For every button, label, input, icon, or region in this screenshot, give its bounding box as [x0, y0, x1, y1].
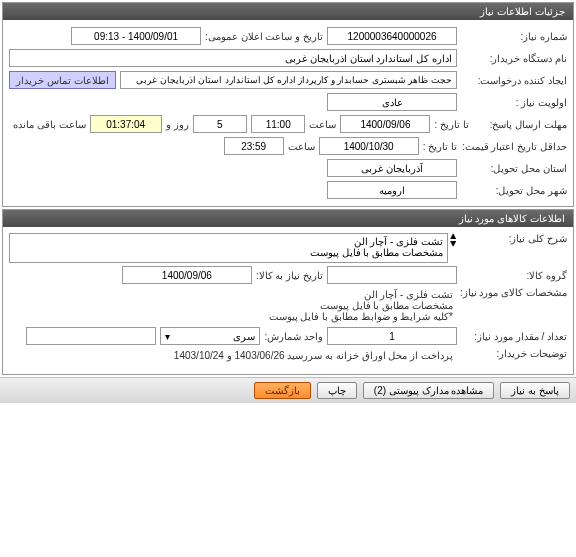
need-to-date-label: تاریخ نیاز به کالا: [252, 270, 323, 281]
items-body: شرح کلی نیاز: ⯅ ⯆ تشت فلزی - آچار الن مش… [3, 227, 573, 374]
need-no-label: شماره نیاز: [457, 31, 567, 42]
time-label-1: ساعت [305, 119, 336, 130]
respond-button[interactable]: پاسخ به نیاز [500, 382, 570, 399]
buyer-notes-text: پرداخت از محل اوراق خزانه به سررسید 1403… [9, 348, 457, 363]
days-remain-field: 5 [193, 115, 247, 133]
back-button[interactable]: بازگشت [254, 382, 311, 399]
general-desc-field: تشت فلزی - آچار الن مشخصات مطابق با فایل… [9, 233, 448, 263]
days-label: روز و [162, 119, 189, 130]
need-to-date-field: 1400/09/06 [122, 266, 252, 284]
city-field: ارومیه [327, 181, 457, 199]
province-label: استان محل تحویل: [457, 163, 567, 174]
to-date-label-2: تا تاریخ : [419, 141, 457, 152]
time-label-2: ساعت [284, 141, 315, 152]
buyer-notes-label: توضیحات خریدار: [457, 348, 567, 359]
group-label: گروه کالا: [457, 270, 567, 281]
items-panel: اطلاعات کالاهای مورد نیاز شرح کلی نیاز: … [2, 209, 574, 375]
city-label: شهر محل تحویل: [457, 185, 567, 196]
qty-label: تعداد / مقدار مورد نیاز: [457, 331, 567, 342]
buyer-org-field: اداره کل استاندارد استان اذربایجان غربی [9, 49, 457, 67]
unit-value: سری [233, 331, 255, 342]
priority-field: عادی [327, 93, 457, 111]
chevron-down-icon: ▾ [165, 331, 170, 342]
need-details-body: شماره نیاز: 1200003640000026 تاریخ و ساع… [3, 20, 573, 206]
buyer-org-label: نام دستگاه خریدار: [457, 53, 567, 64]
countdown-field: 01:37:04 [90, 115, 162, 133]
action-bar: پاسخ به نیاز مشاهده مدارک پیوستی (2) چاپ… [0, 377, 576, 403]
print-button[interactable]: چاپ [317, 382, 357, 399]
group-field [327, 266, 457, 284]
unit-label: واحد شمارش: [260, 331, 323, 342]
need-no-field: 1200003640000026 [327, 27, 457, 45]
answer-time-field: 11:00 [251, 115, 305, 133]
scroll-arrows-icon[interactable]: ⯅ ⯆ [448, 233, 457, 247]
item-spec-label: مشخصات کالای مورد نیاز: [457, 287, 567, 298]
creator-label: ایجاد کننده درخواست: [457, 75, 567, 86]
unit-extra-field [26, 327, 156, 345]
validity-date-field: 1400/10/30 [319, 137, 419, 155]
announce-label: تاریخ و ساعت اعلان عمومی: [201, 31, 323, 42]
to-date-label-1: تا تاریخ : [430, 119, 468, 130]
answer-deadline-label: مهلت ارسال پاسخ: [469, 119, 567, 130]
creator-field: حجت ظاهر شبستری حسابدار و کارپرداز اداره… [120, 71, 457, 89]
validity-time-field: 23:59 [224, 137, 284, 155]
items-header: اطلاعات کالاهای مورد نیاز [3, 210, 573, 227]
validity-label: حداقل تاریخ اعتبار قیمت: [457, 141, 567, 152]
attachments-button[interactable]: مشاهده مدارک پیوستی (2) [363, 382, 495, 399]
general-desc-label: شرح کلی نیاز: [457, 233, 567, 244]
unit-select[interactable]: سری ▾ [160, 327, 260, 345]
qty-field: 1 [327, 327, 457, 345]
province-field: آذربایجان غربی [327, 159, 457, 177]
need-details-header: جزئیات اطلاعات نیاز [3, 3, 573, 20]
priority-label: اولویت نیاز : [457, 97, 567, 108]
item-spec-text: تشت فلزی - آچار الن مشخصات مطابق با فایل… [9, 287, 457, 324]
answer-date-field: 1400/09/06 [340, 115, 430, 133]
need-details-panel: جزئیات اطلاعات نیاز شماره نیاز: 12000036… [2, 2, 574, 207]
remain-label: ساعت باقی مانده [9, 119, 86, 130]
buyer-contact-button[interactable]: اطلاعات تماس خریدار [9, 71, 116, 89]
announce-field: 1400/09/01 - 09:13 [71, 27, 201, 45]
